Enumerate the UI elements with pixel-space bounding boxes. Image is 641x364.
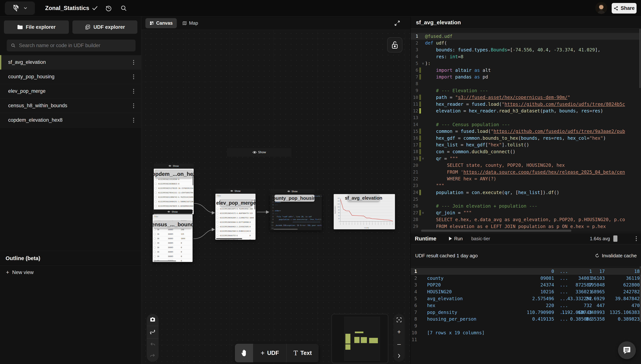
auto-layout-button[interactable] <box>147 327 158 337</box>
udf-search-input[interactable] <box>19 42 131 48</box>
chat-button[interactable] <box>618 341 636 359</box>
run-button[interactable]: Run <box>449 236 463 241</box>
sidebar-item-county_pop_housing[interactable]: county_pop_housing <box>0 70 141 84</box>
udf-item-menu-button[interactable] <box>133 74 134 80</box>
code-line[interactable]: 5v): <box>411 60 641 67</box>
mini-table-row[interactable]: 6132295206562693112.1139837523884741044 <box>215 216 255 220</box>
fit-view-button[interactable] <box>394 315 405 325</box>
mini-table-row[interactable]: 36360050 <box>153 254 193 258</box>
code-line[interactable]: 25 <box>411 196 641 202</box>
share-button[interactable]: Share <box>612 3 636 14</box>
copdem-show-bar[interactable]: Show <box>154 164 194 168</box>
avatar[interactable] <box>595 2 607 14</box>
mini-table-row[interactable]: 6132295503120967436.762552415499821 <box>154 195 194 200</box>
code-line[interactable]: 17 hex_list = hex_gdf["hex"].tolist() <box>411 142 641 148</box>
mini-table-row[interactable]: 61322952066675507100 <box>215 234 255 238</box>
search-icon[interactable] <box>120 0 127 16</box>
county-show-bar[interactable]: Show <box>270 189 315 194</box>
county-node-title[interactable]: county_pop_housing <box>274 194 314 202</box>
tab-canvas[interactable]: Canvas <box>145 18 177 28</box>
code-line[interactable]: 3 bounds: fused.types.Bounds=[-74.556, 4… <box>411 46 641 53</box>
elev-show-bar[interactable]: Show <box>215 189 255 193</box>
mini-table-row[interactable]: 36360590 <box>153 258 193 262</box>
add-udf-button[interactable]: + UDF <box>253 344 287 362</box>
runtime-menu-button[interactable] <box>635 236 637 242</box>
code-line[interactable]: 11 hex_reader = fused.load("https://gith… <box>411 101 641 108</box>
code-editor[interactable]: 1@fused.udf2def udf(3 bounds: fused.type… <box>411 28 641 232</box>
code-line[interactable]: 14 # --- Census population --- <box>411 121 641 128</box>
code-line[interactable]: 2def udf( <box>411 40 641 46</box>
udf-item-menu-button[interactable] <box>133 102 134 109</box>
sidebar-item-sf_avg_elevation[interactable]: sf_avg_elevation <box>0 55 141 70</box>
udf-search[interactable] <box>7 40 136 52</box>
code-line[interactable]: 9 # --- Elevation --- <box>411 87 641 94</box>
canvas[interactable]: Canvas Map Show Sh <box>141 16 410 364</box>
code-line[interactable]: 12 elevation = hex_reader.read_h3_datase… <box>411 108 641 114</box>
workspace-menu-button[interactable] <box>5 2 35 15</box>
code-line[interactable]: 19v qr = """ <box>411 155 641 162</box>
chart-node-title[interactable]: sf_avg_elevation <box>348 194 380 201</box>
udf-item-menu-button[interactable] <box>133 88 134 94</box>
code-line[interactable]: 8 <box>411 80 641 87</box>
history-icon[interactable] <box>105 0 112 16</box>
mini-table-row[interactable]: 61322955027854131113.659750937993318 <box>154 190 194 195</box>
sidebar-item-census_h8_within_bounds[interactable]: census_h8_within_bounds <box>0 98 141 113</box>
screenshot-button[interactable] <box>147 314 158 325</box>
collapsed-node-show-bar[interactable]: Show <box>227 148 291 156</box>
undo-button[interactable] <box>147 340 158 350</box>
mini-table-row[interactable]: 6132295503246786556.66568904346408 <box>154 204 194 208</box>
census-node-title[interactable]: census_..._bounds <box>154 220 192 228</box>
code-line[interactable]: 16 hex_gdf = common.bounds_to_hex(bounds… <box>411 135 641 142</box>
editor-vscrollbar[interactable] <box>639 29 641 88</box>
udf-item-menu-button[interactable] <box>133 117 134 123</box>
census-show-bar[interactable]: Show <box>153 210 193 214</box>
minimap[interactable] <box>332 314 388 363</box>
new-view-button[interactable]: + New view <box>0 266 141 279</box>
code-line[interactable]: 24 population = con.execute(qr, [hex_lis… <box>411 189 641 196</box>
code-line[interactable]: 13 <box>411 114 641 121</box>
udf-item-menu-button[interactable] <box>133 59 134 66</box>
workflow-title[interactable]: Zonal_Statistics <box>45 0 89 16</box>
sidebar-item-elev_pop_merge[interactable]: elev_pop_merge <box>0 84 141 98</box>
mini-table-row[interactable]: 61322955025127833516.157603913148588 <box>154 186 194 190</box>
zoom-out-button[interactable]: – <box>394 338 405 349</box>
mini-table-row[interactable]: 36360051044 <box>153 236 193 241</box>
mini-table-row[interactable]: 36360050 <box>153 250 193 254</box>
node-filter-bar[interactable]: Filter <box>153 214 193 219</box>
code-line[interactable]: 26 # --- Join elevation + population --- <box>411 202 641 210</box>
node-filter-bar[interactable]: Filter <box>215 194 255 198</box>
code-line[interactable]: 4 res: int=8 <box>411 53 641 60</box>
mini-table-row[interactable]: 6132295502303068150 <box>154 182 194 186</box>
mini-table-row[interactable]: 36360050 <box>153 241 193 245</box>
fold-chevron-icon[interactable]: v <box>421 211 425 214</box>
code-line[interactable]: 10 path = "s3://fused-asset/hex/copernic… <box>411 94 641 101</box>
code-line[interactable]: 22 WHERE hex = ANY(?) <box>411 176 641 182</box>
fold-chevron-icon[interactable]: v <box>421 62 425 65</box>
hand-tool-button[interactable] <box>235 344 253 362</box>
mini-table-row[interactable]: 6132295206520750070.7639939567555625248 <box>215 207 255 211</box>
invalidate-cache-button[interactable]: Invalidate cache <box>595 253 637 258</box>
copdem-node-title[interactable]: copdem_...on_hex8 <box>155 170 193 178</box>
redo-button[interactable] <box>147 351 158 361</box>
code-line[interactable]: 21 FROM 'https://data.source.coop/fused/… <box>411 169 641 176</box>
mini-table-row[interactable]: 6132295206604636152.22436256926337930 <box>215 224 255 229</box>
code-line[interactable]: 7 import pandas as pd <box>411 74 641 80</box>
editor-hscrollbar[interactable] <box>421 230 571 232</box>
result-table[interactable]: 101...17182county0900134003...3610336119… <box>411 266 641 344</box>
mini-table-row[interactable]: 3636005115 <box>153 232 193 236</box>
code-line[interactable]: 27v qr_join = """ <box>411 210 641 216</box>
lock-button[interactable] <box>387 37 402 52</box>
tab-map[interactable]: Map <box>178 18 202 28</box>
scrollbar[interactable] <box>216 238 242 239</box>
mini-table-row[interactable]: 6132295206625607670.0180311340864012860 <box>215 229 255 234</box>
mini-table-row[interactable]: 6132295503204843511.5809621672386336 <box>154 200 194 204</box>
code-line[interactable]: 6 import altair as alt <box>411 67 641 74</box>
code-line[interactable]: 18 con = common.duckdb_connect() <box>411 148 641 155</box>
panel-collapse-button[interactable] <box>394 351 405 361</box>
code-line[interactable]: 23 """ <box>411 182 641 189</box>
scrollbar[interactable] <box>154 260 176 262</box>
add-text-button[interactable]: T Text <box>287 344 319 362</box>
elev-node-title[interactable]: elev_pop_merge <box>220 199 252 207</box>
expand-canvas-icon[interactable] <box>394 20 401 26</box>
sidebar-item-copdem_elevation_hex8[interactable]: copdem_elevation_hex8 <box>0 113 141 128</box>
